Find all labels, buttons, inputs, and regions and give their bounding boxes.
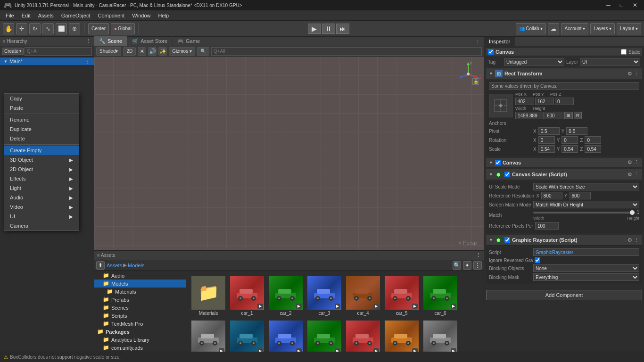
screen-match-select[interactable]: Match Width Or Height [533,201,639,208]
layers-button[interactable]: Layers ▾ [590,23,615,34]
menu-assets[interactable]: Assets [34,12,58,19]
blocking-mask-select[interactable]: Everything [533,273,639,281]
height-input[interactable] [545,112,563,119]
rot-z-input[interactable] [585,136,601,144]
account-button[interactable]: Inspector Account ▾ [561,23,588,34]
assets-create-icon[interactable]: ✦ [463,261,471,270]
asset-materials[interactable]: 📁 Materials [190,274,227,317]
layer-select[interactable]: UI [580,58,640,66]
pivot-x-input[interactable] [538,127,560,135]
tab-game[interactable]: 🎮 Game [173,36,205,46]
ignore-reversed-checkbox[interactable] [535,257,540,263]
ctx-audio[interactable]: Audio ▶ [4,193,79,202]
rot-x-input[interactable] [538,136,555,144]
canvas-settings-icon[interactable]: ⚙ [627,159,632,165]
2d-button[interactable]: 2D [123,47,136,56]
ui-scale-select[interactable]: Scale With Screen Size [533,183,639,190]
step-button[interactable]: ⏭ [336,24,349,34]
menu-help[interactable]: Help [154,12,173,19]
assets-more-icon[interactable]: ⋮ [473,261,482,270]
pivot-y-input[interactable] [566,127,587,135]
ref-res-y-input[interactable] [570,192,591,199]
menu-file[interactable]: File [2,12,18,19]
ctx-create-empty[interactable]: Create Empty [4,146,79,155]
tree-item-unity-ads[interactable]: 📁 com.unity.ads [94,344,186,352]
ctx-paste[interactable]: Paste [4,103,79,113]
light-toggle[interactable]: ☀ [138,47,146,56]
pos-x-input[interactable] [515,98,534,105]
maximize-button[interactable]: □ [617,2,626,8]
rot-y-input[interactable] [561,136,578,144]
cloud-button[interactable]: ☁ [548,23,559,34]
search-scene[interactable]: 🔍 [197,47,209,56]
asset-car13[interactable]: ▶ car_13 [422,319,459,352]
close-button[interactable]: ✕ [630,2,640,8]
minimize-button[interactable]: ─ [603,2,613,8]
static-checkbox[interactable] [621,49,627,55]
breadcrumb-models[interactable]: Models [128,263,144,268]
ctx-duplicate[interactable]: Duplicate [4,124,79,134]
menu-edit[interactable]: Edit [18,12,34,19]
tree-item-audio[interactable]: 📁 Audio [94,272,186,280]
ctx-3d-object[interactable]: 3D Object ▶ [4,155,79,165]
tree-item-packages[interactable]: 📁 Packages [94,328,186,336]
tree-item-scripts[interactable]: 📁 Scripts [94,312,186,320]
scale-z-input[interactable] [585,145,601,153]
hierarchy-menu-icon[interactable]: ⋮ [86,38,91,44]
tool-hand[interactable]: ✋ [3,23,14,34]
asset-car10[interactable]: ▶ car_10 [306,319,343,352]
tab-scene[interactable]: 🔧 Scene [94,36,127,46]
layout-button[interactable]: Layout ▾ [617,23,641,34]
asset-car12[interactable]: ▶ car_12 [383,319,420,352]
rt-r-button[interactable]: R [574,112,582,119]
ctx-light[interactable]: Light ▶ [4,183,79,193]
tree-item-scenes[interactable]: 📁 Scenes [94,304,186,312]
scene-settings[interactable]: Gizmos ▾ [169,47,195,56]
tree-item-materials[interactable]: 📁 Materials [94,288,186,296]
inspector-tab[interactable]: Inspector [484,37,515,46]
asset-car1[interactable]: ▶ car_1 [229,274,265,317]
ctx-2d-object[interactable]: 2D Object ▶ [4,165,79,174]
tool-move[interactable]: ✛ [16,23,27,34]
asset-car6[interactable]: ▶ car_6 [422,274,459,317]
ctx-camera[interactable]: Camera [4,221,79,230]
scaler-settings-icon[interactable]: ⚙ [627,172,632,178]
rt-more-icon[interactable]: ⋮ [634,71,639,77]
audio-toggle[interactable]: 🔊 [148,47,157,56]
canvas-scaler-checkbox[interactable] [504,172,510,177]
hierarchy-item-main[interactable]: ▼ Main* ⋮ [0,58,94,65]
tool-scale[interactable]: ⤡ [42,23,54,34]
ref-pixels-input[interactable] [535,222,559,230]
hierarchy-item-menu[interactable]: ⋮ [85,59,90,64]
canvas-component-header[interactable]: ▼ Canvas ⚙ ⋮ [486,158,642,167]
tab-asset-store[interactable]: 🛒 Asset Store [127,36,173,46]
assets-menu-icon[interactable]: ⋮ [476,252,481,258]
asset-car5[interactable]: ▶ car_5 [383,274,420,317]
canvas-scaler-header[interactable]: ▼ ⬢ Canvas Scaler (Script) ⚙ ⋮ [486,169,642,180]
asset-car2[interactable]: ▶ car_2 [267,274,304,317]
assets-up-button[interactable]: ⬆ [96,261,105,270]
play-button[interactable]: ▶ [308,24,321,34]
ref-res-x-input[interactable] [541,192,562,199]
scale-y-input[interactable] [561,145,578,153]
rt-expand-button[interactable]: ⊞ [564,112,573,119]
menu-gameobject[interactable]: GameObject [58,12,94,19]
create-button[interactable]: Create ▾ [2,48,24,55]
scale-x-input[interactable] [538,145,555,153]
shaded-dropdown[interactable]: Shaded ▾ [96,47,121,56]
assets-search-icon[interactable]: 🔍 [453,261,461,270]
hierarchy-search[interactable] [25,47,92,56]
script-input[interactable] [533,248,639,256]
ctx-ui[interactable]: UI ▶ [4,212,79,221]
asset-car4[interactable]: ▶ car_4 [345,274,381,317]
tree-item-textmesh[interactable]: 📁 TextMesh Pro [94,320,186,328]
add-component-button[interactable]: Add Component [486,290,642,300]
canvas-more-icon[interactable]: ⋮ [634,159,639,165]
tool-transform[interactable]: ⊕ [69,23,80,34]
pos-z-input[interactable] [555,98,574,105]
breadcrumb-assets[interactable]: Assets [107,263,122,268]
asset-car3[interactable]: ▶ car_3 [306,274,343,317]
fx-toggle[interactable]: ✨ [158,47,167,56]
ctx-rename[interactable]: Rename [4,115,79,124]
ctx-effects[interactable]: Effects ▶ [4,174,79,183]
